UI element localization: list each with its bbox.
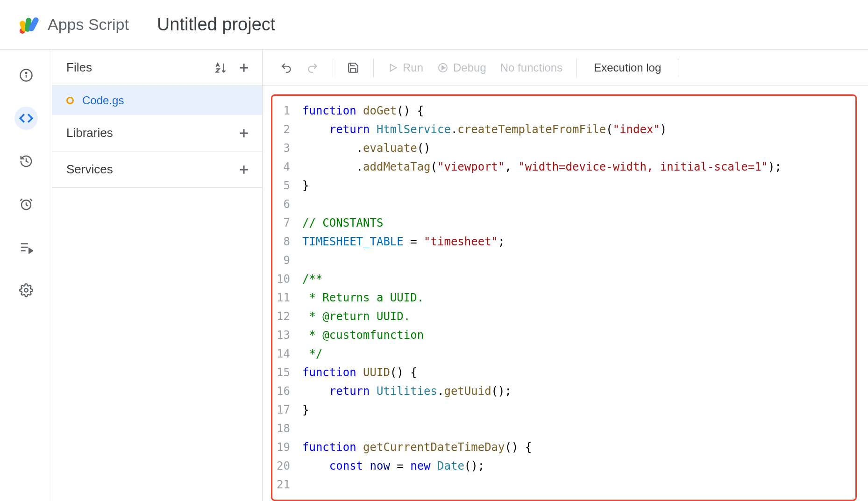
toolbar-separator — [576, 58, 577, 77]
svg-point-6 — [25, 72, 27, 74]
file-name: Code.gs — [82, 94, 124, 107]
nav-rail — [0, 50, 52, 501]
playlist-play-icon — [19, 240, 33, 254]
gear-icon — [19, 283, 33, 297]
redo-icon — [306, 62, 319, 74]
services-section: Services — [52, 151, 262, 188]
save-icon — [347, 62, 359, 74]
toolbar-separator — [678, 58, 678, 77]
editor-highlight-frame: 123456789101112131415161718192021 functi… — [271, 94, 857, 501]
libraries-section: Libraries — [52, 115, 262, 151]
files-header: Files — [52, 50, 262, 86]
debug-label: Debug — [453, 61, 486, 74]
plus-icon — [237, 126, 251, 140]
apps-script-logo — [17, 13, 40, 36]
services-label: Services — [66, 162, 113, 177]
modified-indicator-icon — [66, 97, 74, 104]
add-service-button[interactable] — [237, 163, 251, 177]
plus-icon — [237, 61, 251, 75]
history-icon — [19, 154, 33, 168]
svg-point-14 — [24, 288, 28, 292]
app-name: Apps Script — [48, 15, 129, 34]
editor-wrap: 123456789101112131415161718192021 functi… — [263, 86, 868, 501]
undo-button[interactable] — [275, 58, 298, 78]
libraries-label: Libraries — [66, 126, 113, 140]
toolbar-separator — [333, 58, 333, 77]
nav-overview[interactable] — [14, 64, 38, 87]
svg-marker-13 — [29, 249, 33, 253]
undo-icon — [280, 62, 292, 74]
add-file-button[interactable] — [237, 61, 251, 75]
toolbar: Run Debug No functions Execution log — [263, 50, 868, 86]
nav-triggers[interactable] — [14, 193, 38, 216]
code-area[interactable]: function doGet() { return HtmlService.cr… — [302, 101, 852, 494]
debug-icon — [437, 62, 448, 73]
line-gutter: 123456789101112131415161718192021 — [276, 101, 302, 494]
toolbar-separator — [373, 58, 374, 77]
svg-line-8 — [20, 199, 22, 201]
play-icon — [388, 63, 398, 73]
content: Run Debug No functions Execution log 123… — [263, 50, 868, 501]
alarm-icon — [19, 197, 33, 211]
run-button[interactable]: Run — [382, 57, 429, 78]
execution-log-button[interactable]: Execution log — [585, 61, 669, 74]
nav-settings[interactable] — [14, 279, 38, 302]
svg-line-9 — [30, 199, 32, 201]
code-icon — [18, 110, 34, 126]
svg-marker-21 — [391, 64, 397, 71]
nav-executions[interactable] — [14, 236, 38, 259]
files-label: Files — [66, 60, 92, 75]
no-functions-label: No functions — [500, 61, 562, 74]
function-selector[interactable]: No functions — [495, 57, 568, 78]
main: Files Code.gs Libraries Services — [0, 50, 868, 501]
plus-icon — [237, 163, 251, 177]
debug-button[interactable]: Debug — [432, 57, 492, 78]
sort-button[interactable] — [214, 61, 228, 74]
info-icon — [19, 68, 33, 82]
project-title[interactable]: Untitled project — [157, 14, 275, 35]
add-library-button[interactable] — [237, 126, 251, 140]
nav-editor[interactable] — [14, 107, 38, 130]
sidebar: Files Code.gs Libraries Services — [52, 50, 263, 501]
nav-history[interactable] — [14, 150, 38, 173]
redo-button[interactable] — [301, 58, 324, 78]
run-label: Run — [403, 61, 423, 74]
svg-marker-23 — [442, 66, 445, 70]
code-editor[interactable]: 123456789101112131415161718192021 functi… — [276, 101, 852, 494]
header: Apps Script Untitled project — [0, 0, 868, 50]
save-button[interactable] — [342, 58, 365, 78]
file-item-code-gs[interactable]: Code.gs — [52, 86, 262, 115]
sort-az-icon — [214, 61, 228, 74]
